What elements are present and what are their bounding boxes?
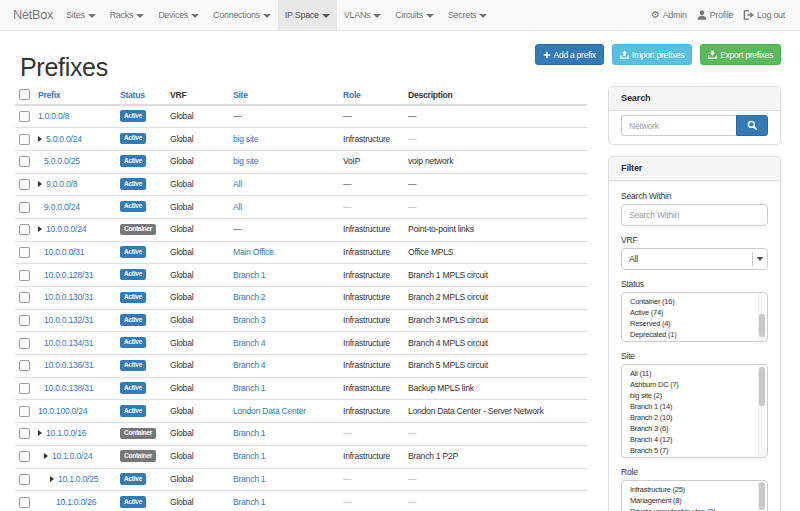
prefix-link[interactable]: 10.0.0.134/31 — [44, 338, 93, 348]
add-a-prefix-button[interactable]: Add a prefix — [535, 44, 604, 65]
column-header-role[interactable]: Role — [335, 85, 400, 105]
scrollbar-thumb[interactable] — [759, 314, 765, 337]
row-checkbox[interactable] — [19, 497, 30, 508]
prefix-link[interactable]: 10.0.0.0/31 — [44, 247, 84, 257]
listbox-option[interactable]: Deprecated (1) — [622, 329, 767, 340]
row-checkbox[interactable] — [19, 383, 30, 394]
listbox-option[interactable]: Active (74) — [622, 307, 767, 318]
prefix-link[interactable]: 10.0.0.0/24 — [46, 224, 86, 234]
row-checkbox[interactable] — [19, 428, 30, 439]
listbox-option[interactable]: COLO-1-24 (3) — [622, 456, 767, 458]
listbox-option[interactable]: Branch 4 (12) — [622, 434, 767, 445]
site-link[interactable]: Branch 1 — [233, 451, 265, 461]
site-listbox[interactable]: All (11)Ashburn DC (7)big site (2)Branch… — [621, 364, 768, 458]
row-checkbox[interactable] — [19, 292, 30, 303]
prefix-link[interactable]: 5.0.0.0/25 — [44, 156, 80, 166]
prefix-link[interactable]: 9.0.0.0/24 — [44, 202, 80, 212]
prefix-link[interactable]: 10.1.0.0/26 — [56, 497, 96, 507]
site-link[interactable]: All — [233, 202, 242, 212]
nav-item-secrets[interactable]: Secrets — [441, 0, 494, 30]
prefix-link[interactable]: 1.0.0.0/8 — [38, 111, 69, 121]
listbox-option[interactable]: big site (2) — [622, 390, 767, 401]
nav-item-admin[interactable]: ⚙Admin — [646, 0, 692, 30]
site-link[interactable]: Branch 4 — [233, 338, 265, 348]
site-link[interactable]: Branch 2 — [233, 292, 265, 302]
status-listbox[interactable]: Container (16)Active (74)Reserved (4)Dep… — [621, 292, 768, 342]
search-within-input[interactable] — [621, 204, 768, 226]
column-header-label[interactable]: Site — [233, 90, 248, 100]
row-checkbox[interactable] — [19, 156, 30, 167]
import-prefixes-button[interactable]: Import prefixes — [612, 44, 692, 65]
row-checkbox[interactable] — [19, 451, 30, 462]
column-header-label[interactable]: Status — [120, 90, 145, 100]
row-checkbox[interactable] — [19, 134, 30, 145]
nav-item-profile[interactable]: Profile — [692, 0, 738, 30]
column-header-status[interactable]: Status — [112, 85, 162, 105]
role-listbox[interactable]: Infrastructure (25)Management (8)Private… — [621, 480, 768, 511]
nav-item-vlans[interactable]: VLANs — [337, 0, 389, 30]
brand[interactable]: NetBox — [0, 0, 59, 30]
prefix-link[interactable]: 9.0.0.0/8 — [46, 179, 77, 189]
select-all-checkbox[interactable] — [19, 89, 30, 100]
site-link[interactable]: All — [233, 179, 242, 189]
row-checkbox[interactable] — [19, 406, 30, 417]
column-header-prefix[interactable]: Prefix — [30, 85, 112, 105]
row-checkbox[interactable] — [19, 224, 30, 235]
prefix-link[interactable]: 10.0.0.128/31 — [44, 270, 93, 280]
listbox-option[interactable]: Branch 5 (7) — [622, 445, 767, 456]
prefix-link[interactable]: 10.0.0.138/31 — [44, 383, 93, 393]
site-link[interactable]: Branch 3 — [233, 315, 265, 325]
row-checkbox[interactable] — [19, 315, 30, 326]
prefix-link[interactable]: 10.1.0.0/16 — [46, 428, 86, 438]
search-input[interactable] — [621, 115, 736, 136]
listbox-option[interactable]: Management (8) — [622, 495, 767, 506]
column-header-site[interactable]: Site — [225, 85, 335, 105]
site-link[interactable]: Branch 1 — [233, 474, 265, 484]
export-prefixes-button[interactable]: Export prefixes — [700, 44, 781, 65]
row-checkbox[interactable] — [19, 247, 30, 258]
nav-item-sites[interactable]: Sites — [59, 0, 103, 30]
row-checkbox[interactable] — [19, 360, 30, 371]
row-checkbox[interactable] — [19, 202, 30, 213]
nav-item-log-out[interactable]: Log out — [738, 0, 790, 30]
site-link[interactable]: Branch 1 — [233, 428, 265, 438]
prefix-link[interactable]: 10.0.100.0/24 — [38, 406, 87, 416]
site-link[interactable]: Branch 4 — [233, 360, 265, 370]
nav-item-circuits[interactable]: Circuits — [388, 0, 441, 30]
listbox-option[interactable]: Ashburn DC (7) — [622, 379, 767, 390]
site-link[interactable]: London Data Center — [233, 406, 306, 416]
prefix-link[interactable]: 10.0.0.130/31 — [44, 292, 93, 302]
listbox-option[interactable]: Private unrouteable vlan (0) — [622, 506, 767, 511]
listbox-option[interactable]: Branch 2 (10) — [622, 412, 767, 423]
site-link[interactable]: Branch 1 — [233, 270, 265, 280]
listbox-option[interactable]: Reserved (4) — [622, 318, 767, 329]
site-link[interactable]: Branch 1 — [233, 497, 265, 507]
prefix-link[interactable]: 10.1.0.0/25 — [58, 474, 98, 484]
listbox-option[interactable]: All (11) — [622, 368, 767, 379]
nav-item-connections[interactable]: Connections — [206, 0, 278, 30]
column-header-label[interactable]: Role — [343, 90, 361, 100]
site-link[interactable]: big site — [233, 134, 258, 144]
listbox-option[interactable]: Branch 1 (14) — [622, 401, 767, 412]
row-checkbox[interactable] — [19, 338, 30, 349]
column-header-label[interactable]: Prefix — [38, 90, 60, 100]
row-checkbox[interactable] — [19, 474, 30, 485]
search-button[interactable] — [736, 115, 768, 136]
scrollbar-thumb[interactable] — [759, 482, 765, 510]
listbox-option[interactable]: Infrastructure (25) — [622, 484, 767, 495]
listbox-option[interactable]: Branch 3 (6) — [622, 423, 767, 434]
prefix-link[interactable]: 10.1.0.0/24 — [52, 451, 92, 461]
row-checkbox[interactable] — [19, 179, 30, 190]
site-link[interactable]: big site — [233, 156, 258, 166]
site-link[interactable]: Main Office — [233, 247, 274, 257]
row-checkbox[interactable] — [19, 270, 30, 281]
row-checkbox[interactable] — [19, 111, 30, 122]
site-link[interactable]: Branch 1 — [233, 383, 265, 393]
vrf-select[interactable]: All — [621, 248, 768, 270]
scrollbar-thumb[interactable] — [759, 367, 765, 406]
prefix-link[interactable]: 5.0.0.0/24 — [46, 134, 82, 144]
listbox-option[interactable]: Container (16) — [622, 296, 767, 307]
prefix-link[interactable]: 10.0.0.136/31 — [44, 360, 93, 370]
nav-item-devices[interactable]: Devices — [151, 0, 206, 30]
nav-item-ip-space[interactable]: IP Space — [278, 0, 337, 30]
